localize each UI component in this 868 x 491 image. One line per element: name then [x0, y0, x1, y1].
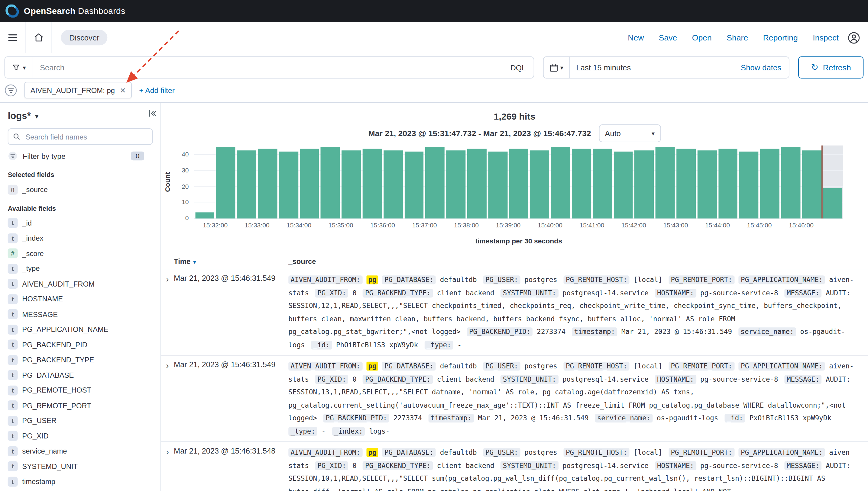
remove-filter-icon[interactable]: ✕: [120, 86, 126, 94]
field-item-_type[interactable]: t_type: [8, 261, 153, 276]
field-name: HOSTNAME: [22, 295, 63, 303]
filter-pill[interactable]: AIVEN_AUDIT_FROM: pg✕: [25, 82, 132, 98]
source-field-name: _type:: [288, 427, 317, 435]
histogram-bar[interactable]: [655, 147, 675, 219]
time-range-label[interactable]: Last 15 minutes: [569, 63, 631, 72]
selected-fields-list: {}_source: [8, 182, 153, 197]
saved-query-button[interactable]: ▾: [5, 57, 33, 78]
field-name: PG_BACKEND_PID: [22, 341, 87, 349]
histogram-bar[interactable]: [802, 150, 821, 218]
histogram-bar[interactable]: [425, 147, 444, 219]
histogram-bar[interactable]: [760, 149, 780, 218]
field-item-PG_REMOTE_PORT[interactable]: tPG_REMOTE_PORT: [8, 398, 153, 413]
histogram-bar[interactable]: [383, 150, 403, 218]
opensearch-logo[interactable]: [5, 4, 19, 18]
histogram-bar[interactable]: [195, 212, 215, 218]
field-search-input[interactable]: [25, 132, 148, 141]
histogram-bar[interactable]: [509, 149, 528, 218]
filter-pill-label: AIVEN_AUDIT_FROM: pg: [30, 86, 115, 94]
nav-link-save[interactable]: Save: [659, 33, 677, 42]
histogram-bar[interactable]: [718, 149, 738, 218]
field-item-PG_USER[interactable]: tPG_USER: [8, 413, 153, 428]
search-input[interactable]: [33, 63, 503, 72]
histogram-bar[interactable]: [488, 152, 508, 219]
x-tick-label: 15:40:00: [538, 222, 563, 228]
nav-link-share[interactable]: Share: [727, 33, 748, 42]
field-item-timestamp[interactable]: ttimestamp: [8, 474, 153, 489]
expand-row-icon[interactable]: ›: [161, 360, 174, 438]
table-row: ›Mar 21, 2023 @ 15:46:31.549AIVEN_AUDIT_…: [161, 269, 868, 356]
histogram-bar[interactable]: [530, 150, 549, 218]
histogram-bar[interactable]: [216, 147, 236, 219]
histogram-bar[interactable]: [698, 150, 717, 218]
field-item-_score[interactable]: #_score: [8, 246, 153, 261]
refresh-button[interactable]: ↻ Refresh: [798, 56, 864, 79]
histogram-bar[interactable]: [300, 149, 319, 218]
collapse-sidebar-icon[interactable]: [147, 108, 157, 118]
breadcrumb-discover[interactable]: Discover: [61, 30, 108, 45]
home-button[interactable]: [26, 22, 52, 53]
field-name: PG_REMOTE_HOST: [22, 386, 91, 394]
field-count-badge: 0: [131, 152, 144, 160]
source-field-name: PG_BACKEND_PID:: [467, 327, 533, 336]
field-item-PG_DATABASE[interactable]: tPG_DATABASE: [8, 368, 153, 383]
filter-by-type-button[interactable]: Filter by type 0: [8, 148, 153, 164]
field-item-HOSTNAME[interactable]: tHOSTNAME: [8, 291, 153, 307]
field-item-PG_BACKEND_TYPE[interactable]: tPG_BACKEND_TYPE: [8, 352, 153, 368]
histogram-bar[interactable]: [551, 147, 570, 219]
histogram-bar[interactable]: [823, 189, 842, 219]
histogram-bar[interactable]: [635, 150, 654, 218]
quick-select-button[interactable]: ▾: [543, 57, 569, 78]
histogram-bar[interactable]: [446, 150, 466, 218]
histogram-bar[interactable]: [593, 149, 612, 218]
filter-icon[interactable]: [4, 84, 17, 96]
histogram-plot[interactable]: [194, 146, 843, 219]
histogram-bar[interactable]: [342, 150, 361, 218]
histogram-bar[interactable]: [279, 152, 298, 219]
show-dates-button[interactable]: Show dates: [741, 63, 789, 72]
field-item-PG_REMOTE_HOST[interactable]: tPG_REMOTE_HOST: [8, 383, 153, 398]
field-item-service_name[interactable]: tservice_name: [8, 443, 153, 459]
expand-row-icon[interactable]: ›: [161, 446, 174, 491]
nav-link-inspect[interactable]: Inspect: [813, 33, 839, 42]
histogram-bar[interactable]: [258, 149, 277, 218]
field-item-PG_APPLICATION_NAME[interactable]: tPG_APPLICATION_NAME: [8, 322, 153, 337]
field-item-_id[interactable]: t_id: [8, 215, 153, 230]
field-item-_index[interactable]: t_index: [8, 231, 153, 246]
source-field-name: PG_XID:: [315, 375, 349, 383]
add-filter-button[interactable]: + Add filter: [139, 86, 175, 94]
histogram-bar[interactable]: [781, 147, 801, 219]
histogram-bar[interactable]: [676, 149, 696, 218]
field-item-SYSTEMD_UNIT[interactable]: tSYSTEMD_UNIT: [8, 459, 153, 474]
field-type-badge: t: [8, 355, 18, 365]
histogram-bar[interactable]: [614, 152, 633, 219]
nav-link-reporting[interactable]: Reporting: [763, 33, 798, 42]
field-name: SYSTEMD_UNIT: [22, 462, 78, 470]
expand-row-icon[interactable]: ›: [161, 274, 174, 352]
field-item-AIVEN_AUDIT_FROM[interactable]: tAIVEN_AUDIT_FROM: [8, 276, 153, 291]
field-item-PG_XID[interactable]: tPG_XID: [8, 429, 153, 443]
histogram-bar[interactable]: [404, 152, 424, 219]
nav-link-new[interactable]: New: [628, 33, 644, 42]
histogram-bar[interactable]: [363, 149, 382, 218]
interval-select[interactable]: Auto ▾: [599, 124, 661, 142]
histogram-bar[interactable]: [739, 152, 759, 219]
account-button[interactable]: [847, 31, 868, 44]
histogram-bar[interactable]: [572, 149, 591, 218]
histogram-bar[interactable]: [321, 147, 340, 219]
source-field-value: pg-source-service-8: [700, 461, 778, 469]
source-field-name: PG_USER:: [483, 362, 520, 371]
field-type-badge: t: [8, 385, 18, 395]
histogram-bar[interactable]: [237, 150, 256, 218]
index-pattern-selector[interactable]: logs* ▾: [8, 110, 153, 123]
field-item-MESSAGE[interactable]: tMESSAGE: [8, 307, 153, 322]
field-item-PG_BACKEND_PID[interactable]: tPG_BACKEND_PID: [8, 337, 153, 352]
query-language-button[interactable]: DQL: [503, 63, 534, 71]
histogram-bar[interactable]: [467, 149, 487, 218]
column-header-time[interactable]: Time▼: [174, 257, 288, 265]
source-field-value: pg-source-service-8: [700, 375, 778, 383]
menu-button[interactable]: [0, 22, 26, 53]
field-item-_source[interactable]: {}_source: [8, 182, 153, 197]
nav-link-open[interactable]: Open: [692, 33, 712, 42]
field-name: _id: [22, 219, 32, 227]
